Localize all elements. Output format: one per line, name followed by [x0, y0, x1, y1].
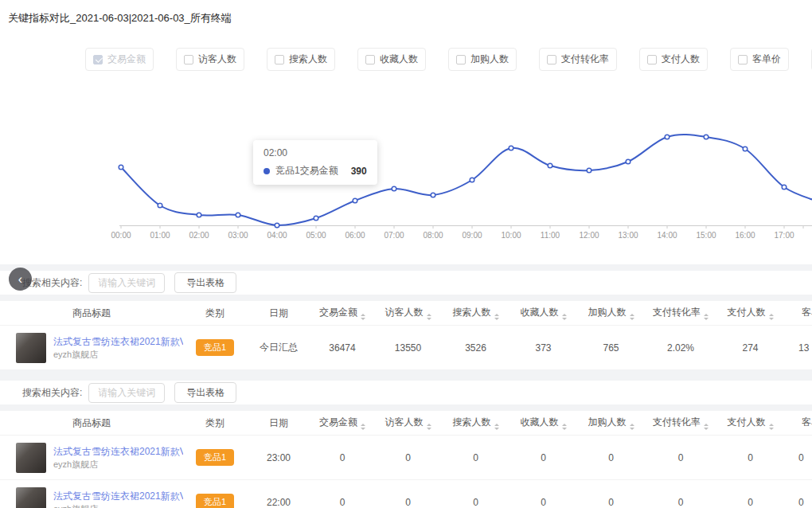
sort-icon[interactable]: [630, 314, 634, 320]
column-header[interactable]: 加购人数: [577, 306, 645, 320]
product-thumbnail[interactable]: [16, 487, 46, 508]
metric-toggle[interactable]: 支付人数: [639, 48, 708, 71]
sort-icon[interactable]: [704, 424, 709, 430]
column-header[interactable]: 支付转化率: [645, 306, 716, 320]
sort-icon[interactable]: [630, 424, 634, 430]
column-header-label: 客单价: [802, 416, 812, 428]
metric-value: 0: [374, 497, 442, 508]
column-header-label: 搜索人数: [453, 416, 491, 428]
sort-icon[interactable]: [769, 314, 774, 320]
svg-text:06:00: 06:00: [345, 231, 365, 240]
metric-value: 0: [645, 452, 716, 463]
shop-name: eyzh旗舰店: [53, 459, 98, 469]
section-divider: [0, 264, 812, 271]
product-link[interactable]: 法式复古雪纺连衣裙2021新款V领气质...: [53, 335, 183, 349]
product-link[interactable]: 法式复古雪纺连衣裙2021新款V领气质...: [53, 490, 183, 503]
column-header[interactable]: 搜索人数: [442, 306, 509, 320]
date-cell: 今日汇总: [247, 341, 310, 354]
metric-value: 0: [577, 452, 645, 463]
column-header[interactable]: 收藏人数: [509, 306, 577, 320]
metric-value: 0: [509, 452, 577, 463]
metric-toggle[interactable]: 交易金额: [85, 48, 154, 71]
column-header-label: 类别: [205, 307, 224, 318]
column-header: 商品标题: [0, 307, 183, 320]
table2-header-row: 商品标题 类别 日期 交易金额 访客人数 搜索人数 收藏人数 加购人数 支付转化…: [0, 411, 812, 435]
table1-header-row: 商品标题 类别 日期 交易金额 访客人数 搜索人数 收藏人数 加购人数 支付转化…: [0, 301, 812, 325]
svg-text:12:00: 12:00: [579, 231, 599, 240]
sort-icon[interactable]: [704, 314, 709, 320]
column-header[interactable]: 加购人数: [577, 416, 645, 430]
export-table-button[interactable]: 导出表格: [174, 382, 236, 403]
metric-value: 0: [577, 497, 645, 508]
column-header[interactable]: 交易金额: [310, 306, 374, 320]
metric-value: 0: [374, 452, 442, 463]
column-header[interactable]: 访客人数: [374, 416, 442, 430]
table1: 商品标题 类别 日期 交易金额 访客人数 搜索人数 收藏人数 加购人数 支付转化…: [0, 301, 812, 369]
page-title: 关键指标对比_2021-06-03|2021-06-03_所有终端: [0, 0, 812, 25]
svg-text:17:00: 17:00: [774, 231, 794, 240]
metric-label: 访客人数: [198, 53, 236, 66]
column-header[interactable]: 支付转化率: [645, 416, 716, 430]
tooltip-series-label: 竞品1交易金额: [275, 164, 338, 178]
sort-icon[interactable]: [562, 314, 567, 320]
sort-icon[interactable]: [361, 314, 365, 320]
svg-text:01:00: 01:00: [150, 231, 170, 240]
export-table-button[interactable]: 导出表格: [174, 272, 236, 293]
column-header-label: 类别: [205, 417, 224, 428]
sort-icon[interactable]: [427, 314, 431, 320]
metric-toggle[interactable]: 支付转化率: [539, 48, 617, 71]
keyword-input[interactable]: [88, 273, 165, 293]
column-header: 类别: [183, 307, 247, 320]
chart-panel: 关键指标对比_2021-06-03|2021-06-03_所有终端 交易金额 访…: [0, 0, 812, 264]
collapse-button[interactable]: ‹: [9, 268, 32, 291]
column-header[interactable]: 客单价: [784, 306, 812, 320]
metric-label: 加购人数: [470, 53, 509, 66]
metric-toggle[interactable]: 客单价: [730, 48, 789, 71]
column-header[interactable]: 支付人数: [716, 416, 784, 430]
product-link[interactable]: 法式复古雪纺连衣裙2021新款V领气质...: [53, 445, 183, 459]
section-divider: [0, 369, 812, 381]
sort-icon[interactable]: [494, 314, 499, 320]
metric-toggle[interactable]: 加购人数: [448, 48, 517, 71]
metric-value: 0: [310, 452, 374, 463]
metric-value: 0: [442, 497, 509, 508]
column-header[interactable]: 客单价: [784, 416, 812, 430]
table2-toolbar: 搜索相关内容: 导出表格: [0, 381, 812, 404]
column-header[interactable]: 访客人数: [374, 306, 442, 320]
column-header[interactable]: 交易金额: [310, 416, 374, 430]
section-divider: [0, 295, 812, 301]
sort-icon[interactable]: [562, 424, 567, 430]
column-header-label: 客单价: [802, 307, 812, 318]
sort-icon[interactable]: [361, 424, 365, 430]
svg-text:08:00: 08:00: [423, 231, 443, 240]
metric-value: 3526: [442, 342, 509, 354]
metric-label: 支付转化率: [561, 53, 609, 66]
svg-text:16:00: 16:00: [735, 231, 755, 240]
product-cell: 法式复古雪纺连衣裙2021新款V领气质... eyzh旗舰店: [0, 487, 183, 508]
sort-icon[interactable]: [494, 424, 499, 430]
metric-toggle[interactable]: 访客人数: [176, 48, 244, 71]
search-label: 搜索相关内容:: [22, 386, 82, 400]
column-header[interactable]: 支付人数: [716, 306, 784, 320]
metric-toggle[interactable]: 收藏人数: [357, 48, 426, 71]
column-header-label: 交易金额: [319, 416, 357, 428]
column-header-label: 收藏人数: [521, 416, 559, 428]
category-badge: 竞品1: [196, 339, 234, 356]
column-header[interactable]: 搜索人数: [442, 416, 509, 430]
sort-icon[interactable]: [427, 424, 431, 430]
metric-value: 13550: [374, 342, 442, 354]
column-header-label: 收藏人数: [521, 307, 559, 318]
column-header: 日期: [247, 416, 310, 430]
category-cell: 竞品1: [183, 339, 247, 356]
revenue-line-chart[interactable]: 00:0001:0002:0003:0004:0005:0006:0007:00…: [0, 80, 812, 248]
svg-text:10:00: 10:00: [501, 231, 521, 240]
column-header[interactable]: 收藏人数: [509, 416, 577, 430]
product-thumbnail[interactable]: [16, 443, 46, 473]
keyword-input[interactable]: [88, 383, 165, 403]
sort-icon[interactable]: [769, 424, 774, 430]
category-badge: 竞品1: [196, 494, 234, 508]
metric-value: 13: [784, 342, 812, 354]
metric-toggle[interactable]: 搜索人数: [267, 48, 335, 71]
metric-value: 274: [716, 342, 784, 354]
product-thumbnail[interactable]: [16, 333, 46, 363]
